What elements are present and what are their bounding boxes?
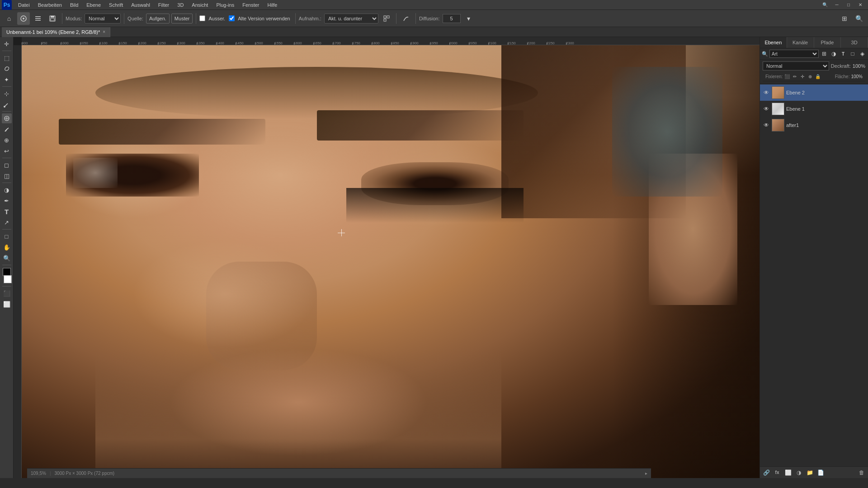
filter-smart-btn[interactable]: ◈ xyxy=(858,50,866,58)
selection-tool-btn[interactable]: ⬚ xyxy=(2,53,12,63)
document-tab[interactable]: Unbenannt-1 bei 109% (Ebene 2, RGB/8)* × xyxy=(2,27,110,37)
menu-fenster[interactable]: Fenster xyxy=(239,1,263,9)
save-document-btn[interactable] xyxy=(46,12,59,25)
menu-hilfe[interactable]: Hilfe xyxy=(264,1,281,9)
muster-btn[interactable]: Muster xyxy=(171,14,193,23)
zoom-level: 109,5% xyxy=(31,471,46,476)
layer-item[interactable]: 👁 after1 xyxy=(760,117,868,133)
window-close-button[interactable]: ✕ xyxy=(854,0,866,10)
menu-filter[interactable]: Filter xyxy=(155,1,173,9)
move-tool-btn[interactable]: ✛ xyxy=(2,39,12,49)
tool-options-btn[interactable] xyxy=(32,12,44,25)
tab-3d[interactable]: 3D xyxy=(841,37,868,48)
screen-mode-btn[interactable]: ⬜ xyxy=(2,299,12,309)
lock-position-btn[interactable]: ✛ xyxy=(799,73,806,80)
layer-adjustment-btn[interactable]: ◑ xyxy=(794,468,803,477)
heal-tool-btn[interactable] xyxy=(2,113,12,123)
lock-pixels-btn[interactable]: ✏ xyxy=(792,73,798,80)
filter-pixel-btn[interactable]: ⊞ xyxy=(820,50,828,58)
eyedropper-tool-btn[interactable] xyxy=(2,99,12,109)
layer-type-filter[interactable]: Art xyxy=(769,50,819,58)
layer-visibility-btn[interactable]: 👁 xyxy=(763,89,770,96)
window-maximize-button[interactable]: □ xyxy=(843,0,854,10)
photo-canvas xyxy=(22,45,760,478)
background-color-btn[interactable] xyxy=(4,275,12,283)
path-select-btn[interactable]: ↗ xyxy=(2,217,12,227)
shape-tool-btn[interactable]: □ xyxy=(2,231,12,241)
filter-adjust-btn[interactable]: ◑ xyxy=(830,50,838,58)
tab-close-btn[interactable]: × xyxy=(103,29,105,34)
lasso-tool-btn[interactable] xyxy=(2,64,12,74)
layer-item[interactable]: 👁 Ebene 2 xyxy=(760,84,868,101)
layer-list: 👁 Ebene 2 👁 Ebene 1 👁 after1 xyxy=(760,84,868,466)
svg-rect-3 xyxy=(35,18,41,19)
menu-datei[interactable]: Datei xyxy=(14,1,33,9)
history-brush-btn[interactable]: ↩ xyxy=(2,146,12,156)
statusbar: 109,5% | 3000 Px × 3000 Px (72 ppcm) ▸ xyxy=(27,468,651,478)
layer-controls: Normal Deckraft: 100% Fixieren: ⬛ ✏ ✛ ⊕ … xyxy=(760,60,868,84)
menu-3d[interactable]: 3D xyxy=(174,1,187,9)
menu-bearbeiten[interactable]: Bearbeiten xyxy=(34,1,66,9)
window-search-icon[interactable]: 🔍 xyxy=(819,0,831,10)
opacity-value[interactable]: 100% xyxy=(853,63,865,69)
quick-mask-btn[interactable]: ⬛ xyxy=(2,288,12,298)
zoom-tool-btn[interactable]: 🔍 xyxy=(2,253,12,263)
menu-ansicht[interactable]: Ansicht xyxy=(188,1,212,9)
status-expand-btn[interactable]: ▸ xyxy=(645,471,647,476)
alte-version-label: Alte Version verwenden xyxy=(238,16,290,21)
menu-bild[interactable]: Bild xyxy=(66,1,82,9)
type-tool-btn[interactable]: T xyxy=(2,206,12,216)
brush-tool-left-btn[interactable] xyxy=(2,124,12,134)
diffusion-input[interactable] xyxy=(443,14,461,23)
canvas-area[interactable]: 900 950 1000 1050 1100 1150 1200 1250 13… xyxy=(14,37,760,478)
crop-tool-btn[interactable]: ⊹ xyxy=(2,89,12,99)
arrange-btn[interactable]: ⊞ xyxy=(838,12,851,25)
eraser-tool-btn[interactable]: ◻ xyxy=(2,160,12,170)
lock-all-btn[interactable]: 🔒 xyxy=(815,73,821,80)
modus-dropdown[interactable]: Normal xyxy=(85,14,121,23)
clone-stamp-btn[interactable]: ⊕ xyxy=(2,135,12,145)
lock-transparency-btn[interactable]: ⬛ xyxy=(784,73,790,80)
menu-plugins[interactable]: Plug-ins xyxy=(212,1,238,9)
menu-schrift[interactable]: Schrift xyxy=(105,1,127,9)
layer-visibility-btn[interactable]: 👁 xyxy=(763,122,770,129)
layer-delete-btn[interactable]: 🗑 xyxy=(857,468,866,477)
lock-artboard-btn[interactable]: ⊕ xyxy=(807,73,813,80)
search-btn[interactable]: 🔍 xyxy=(853,12,865,25)
layer-item[interactable]: 👁 Ebene 1 xyxy=(760,101,868,117)
layer-new-btn[interactable]: 📄 xyxy=(816,468,825,477)
magic-wand-btn[interactable]: ✦ xyxy=(2,75,12,84)
tab-kanale[interactable]: Kanäle xyxy=(787,37,814,48)
menu-ebene[interactable]: Ebene xyxy=(83,1,104,9)
layer-link-btn[interactable]: 🔗 xyxy=(762,468,771,477)
layer-thumbnail xyxy=(772,86,784,99)
tool-home-icon[interactable]: ⌂ xyxy=(3,12,15,25)
brush-preset-btn[interactable] xyxy=(400,12,412,25)
tab-ebenen[interactable]: Ebenen xyxy=(760,37,787,48)
brush-tool-btn[interactable] xyxy=(17,12,30,25)
window-minimize-button[interactable]: ─ xyxy=(831,0,843,10)
menu-auswahl[interactable]: Auswahl xyxy=(127,1,154,9)
filter-type-btn[interactable]: T xyxy=(839,50,847,58)
blend-mode-dropdown[interactable]: Normal xyxy=(763,61,829,70)
canvas-content[interactable] xyxy=(22,45,760,478)
dodge-tool-btn[interactable]: ◑ xyxy=(2,185,12,195)
gradient-tool-btn[interactable]: ◫ xyxy=(2,171,12,181)
layer-mask-btn[interactable]: ⬜ xyxy=(783,468,793,477)
layer-fx-btn[interactable]: fx xyxy=(773,468,782,477)
ausser-checkbox[interactable]: Ausser. xyxy=(199,15,227,21)
fill-area-value[interactable]: 100% xyxy=(851,74,863,79)
pen-tool-btn[interactable]: ✒ xyxy=(2,196,12,206)
alte-version-checkbox[interactable]: Alte Version verwenden xyxy=(229,15,292,21)
diffusion-slider-btn[interactable]: ▾ xyxy=(462,12,475,25)
ruler-left xyxy=(14,45,22,478)
fill-area-label: Fläche: xyxy=(835,74,850,79)
tab-pfade[interactable]: Pfade xyxy=(814,37,841,48)
aufgen-btn[interactable]: Aufgen. xyxy=(146,14,170,23)
hand-tool-btn[interactable]: ✋ xyxy=(2,242,12,252)
layer-visibility-btn[interactable]: 👁 xyxy=(763,105,770,113)
filter-shape-btn[interactable]: □ xyxy=(849,50,857,58)
aufnahm-dropdown[interactable]: Akt. u. darunter xyxy=(324,14,378,23)
sample-all-layers-btn[interactable] xyxy=(380,12,393,25)
layer-group-btn[interactable]: 📁 xyxy=(805,468,814,477)
